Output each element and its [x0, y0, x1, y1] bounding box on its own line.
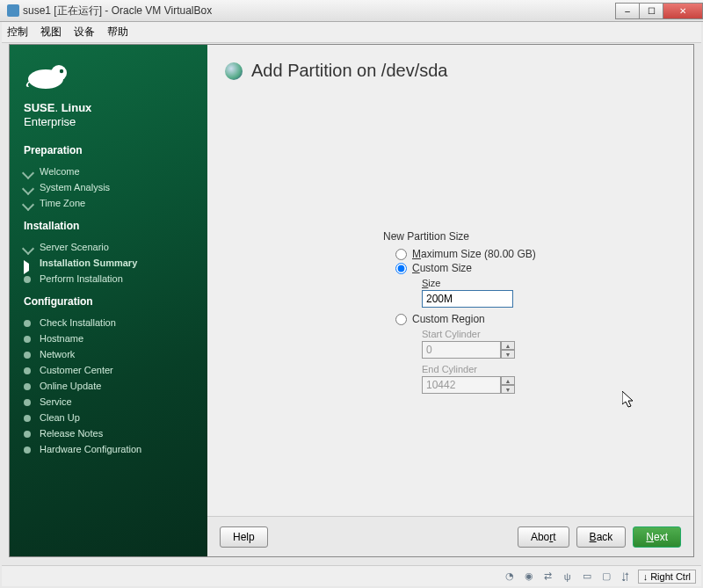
window-titlebar: suse1 [正在运行] - Oracle VM VirtualBox – ☐ … [0, 0, 703, 22]
step-welcome: Welcome [24, 163, 193, 179]
host-key-arrow-icon: ↓ [643, 571, 649, 582]
window-title: suse1 [正在运行] - Oracle VM VirtualBox [7, 4, 616, 18]
usb-icon[interactable]: ψ [561, 570, 575, 584]
main-panel: Add Partition on /dev/sda New Partition … [207, 45, 693, 556]
section-configuration: Configuration [24, 295, 193, 308]
radio-custom-size[interactable] [395, 263, 407, 274]
installer-window: SUSE. Linux Enterprise Preparation Welco… [9, 44, 694, 557]
step-server-scenario: Server Scenario [24, 239, 193, 255]
optical-icon[interactable]: ◉ [522, 570, 536, 584]
menu-control[interactable]: 控制 [7, 25, 28, 40]
label-custom-size[interactable]: Custom Size [412, 262, 472, 274]
display-icon[interactable]: ▢ [599, 570, 613, 584]
suse-chameleon-icon [24, 57, 76, 92]
label-size: Size [422, 278, 676, 288]
radio-maximum-size[interactable] [395, 249, 407, 260]
virtualbox-icon [7, 4, 19, 17]
vm-menubar: 控制 视图 设备 帮助 [2, 22, 701, 43]
step-hardware-configuration: Hardware Configuration [24, 441, 193, 457]
start-cyl-up: ▲ [501, 341, 515, 350]
help-button[interactable]: Help [220, 526, 268, 548]
step-service: Service [24, 394, 193, 410]
abort-button[interactable]: Abort [518, 526, 569, 548]
step-perform-installation: Perform Installation [24, 271, 193, 287]
sidebar: SUSE. Linux Enterprise Preparation Welco… [10, 45, 207, 556]
window-minimize-button[interactable]: – [615, 3, 640, 19]
end-cylinder-input [422, 376, 501, 394]
section-installation: Installation [24, 220, 193, 232]
wizard-footer: Help Abort Back Next [207, 516, 693, 556]
step-customer-center: Customer Center [24, 362, 193, 378]
size-input[interactable] [422, 290, 513, 308]
end-cyl-up: ▲ [501, 376, 515, 385]
window-maximize-button[interactable]: ☐ [639, 3, 663, 19]
page-title: Add Partition on /dev/sda [251, 61, 447, 81]
page-header: Add Partition on /dev/sda [207, 45, 693, 90]
virtualbox-statusbar: ◔ ◉ ⇄ ψ ▭ ▢ ⮃ ↓ Right Ctrl [2, 565, 701, 586]
mouse-integration-icon[interactable]: ⮃ [619, 570, 633, 584]
step-time-zone: Time Zone [24, 195, 193, 211]
step-check-installation: Check Installation [24, 315, 193, 330]
radio-custom-region[interactable] [395, 314, 407, 325]
network-icon[interactable]: ⇄ [541, 570, 555, 584]
next-button[interactable]: Next [633, 526, 681, 548]
step-release-notes: Release Notes [24, 425, 193, 441]
host-key-label: Right Ctrl [650, 571, 691, 582]
start-cylinder-input [422, 341, 501, 359]
host-key-indicator[interactable]: ↓ Right Ctrl [638, 570, 696, 584]
label-custom-region[interactable]: Custom Region [412, 313, 485, 325]
end-cyl-down: ▼ [501, 385, 515, 394]
step-clean-up: Clean Up [24, 410, 193, 425]
hdd-icon[interactable]: ◔ [503, 570, 517, 584]
brand-text: SUSE. Linux Enterprise [24, 101, 193, 128]
step-system-analysis: System Analysis [24, 179, 193, 195]
form-body: New Partition Size Maximum Size (80.00 G… [207, 90, 693, 516]
window-title-text: suse1 [正在运行] - Oracle VM VirtualBox [23, 4, 212, 18]
svg-point-2 [60, 69, 63, 73]
menu-help[interactable]: 帮助 [107, 25, 128, 40]
section-preparation: Preparation [24, 144, 193, 156]
back-button[interactable]: Back [576, 526, 627, 548]
step-installation-summary: Installation Summary [24, 255, 193, 271]
svg-point-1 [51, 65, 67, 81]
menu-devices[interactable]: 设备 [74, 25, 95, 40]
group-new-partition-size: New Partition Size [383, 230, 676, 243]
menu-view[interactable]: 视图 [40, 25, 62, 40]
start-cyl-down: ▼ [501, 350, 515, 359]
window-close-button[interactable]: ✕ [663, 3, 703, 19]
label-end-cylinder: End Cylinder [422, 364, 676, 374]
step-online-update: Online Update [24, 378, 193, 394]
label-maximum-size[interactable]: Maximum Size (80.00 GB) [412, 248, 536, 260]
globe-icon [225, 62, 243, 80]
shared-folder-icon[interactable]: ▭ [580, 570, 594, 584]
label-start-cylinder: Start Cylinder [422, 329, 676, 339]
step-network: Network [24, 346, 193, 362]
step-hostname: Hostname [24, 330, 193, 346]
